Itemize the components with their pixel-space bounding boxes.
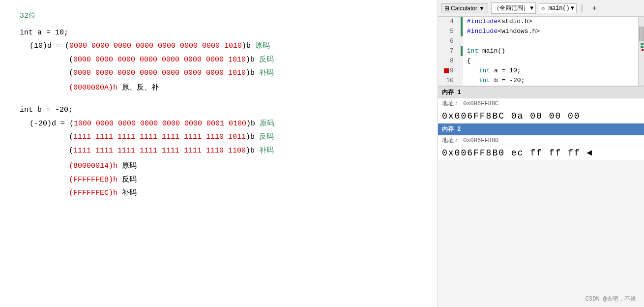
add-watch-button[interactable]: ＋ [587, 2, 601, 14]
b-hex-fanma-label: 反码 [117, 176, 137, 184]
code-line-5: #include<windows.h> [467, 27, 634, 36]
b-buma-label: 补码 [259, 147, 274, 155]
memory-1-addr-value: 0x006FF8BC [463, 100, 498, 107]
calculator-button[interactable]: ⊞ Calculator ▼ [441, 3, 488, 13]
a-fanma-paren2: )b [246, 56, 259, 64]
side-bar-9 [460, 66, 463, 76]
scroll-marker-bp [642, 49, 644, 51]
b-yuanma-label: 原码 [260, 120, 274, 128]
side-bar-10 [460, 76, 463, 86]
line-num-9-text: 9 [450, 66, 454, 76]
b-fanma-p2: )b [246, 133, 259, 141]
code-line-8: { [467, 56, 634, 66]
code-line-6 [467, 36, 634, 46]
b-hex-fanma: (FFFFFFEB)h [69, 176, 117, 184]
line-num-9: 9 [442, 66, 456, 76]
side-bar-4 [461, 17, 463, 27]
b-fanma-bits: 1111 1111 1111 1111 1111 1111 1110 1011 [73, 133, 246, 141]
a-buma-paren1: ( [69, 69, 73, 77]
a-buma-paren2: )b [246, 69, 259, 77]
line-num-8: 8 [442, 56, 456, 66]
memory-2-data: 0x006FF8B0 ec ff ff ff ◄ [438, 146, 644, 160]
line-num-6: 6 [442, 36, 456, 46]
b-fanma-label: 反码 [259, 133, 274, 141]
memory-1-addr-label: 地址： [442, 100, 460, 107]
a-yuanma-bits: 0000 0000 0000 0000 0000 0000 0000 1010 [69, 42, 242, 50]
calculator-icon: ⊞ [444, 5, 449, 12]
b-buma-bits: 1111 1111 1111 1111 1111 1111 1110 1100 [73, 147, 246, 155]
memory-2-header: 内存 2 [438, 123, 644, 135]
b-prefix: (-20)d = ( [29, 120, 74, 128]
a-fanma-bits: 0000 0000 0000 0000 0000 0000 0000 1010 [73, 56, 246, 64]
b-hex-buma: (FFFFFFEC)h [69, 189, 117, 197]
scroll-marker-2 [641, 46, 644, 48]
b-yuanma-bits: 1000 0000 0000 0000 0000 0000 0001 0100 [74, 120, 246, 128]
code-editor: 4 5 6 7 8 9 10 [438, 17, 644, 86]
int-b-decl: int b = -20; [20, 104, 418, 117]
b-fanma-line: (1111 1111 1111 1111 1111 1111 1110 1011… [69, 131, 418, 144]
line-number-column: 4 5 6 7 8 9 10 [438, 17, 460, 86]
a-hex-value: (0000000A)h [69, 84, 117, 92]
footer-watermark: CSDN @去吧，不送 [585, 295, 636, 303]
debug-toolbar: ⊞ Calculator ▼ （全局范围） ▼ ☼ main() ▼ | ＋ [438, 0, 644, 17]
code-lines: 4 5 6 7 8 9 10 [438, 17, 644, 86]
memory-area: 内存 1 地址： 0x006FF8BC 0x006FF8BC 0a 00 00 … [438, 87, 644, 307]
a-fanma-label: 反码 [259, 56, 274, 64]
scrollbar-thumb[interactable] [639, 27, 644, 41]
a-buma-label: 补码 [259, 69, 274, 77]
memory-2-addr-label: 地址： [442, 137, 460, 144]
code-text-area[interactable]: #include<stdio.h> #include<windows.h> in… [463, 17, 638, 86]
side-bar-8 [460, 56, 463, 66]
memory-1-header: 内存 1 [438, 87, 644, 98]
scope-label: （全局范围） [494, 4, 529, 12]
b-buma-p2: )b [246, 147, 259, 155]
func-dropdown[interactable]: ☼ main() ▼ [539, 3, 577, 13]
a-yuanma-suffix: )b [242, 42, 255, 50]
b-hex-yuanma-label: 原码 [117, 162, 137, 170]
int-keyword-a: int a = 10; [20, 29, 68, 37]
calculator-dropdown-icon: ▼ [479, 5, 485, 12]
line-num-5: 5 [442, 27, 456, 36]
vertical-scrollbar[interactable] [638, 17, 644, 86]
a-fanma-line: (0000 0000 0000 0000 0000 0000 0000 1010… [69, 54, 418, 66]
scope-dropdown[interactable]: （全局范围） ▼ [491, 2, 536, 14]
b-hex-yuanma: (80000014)h [69, 162, 117, 170]
scope-chevron-icon: ▼ [530, 5, 533, 12]
plus-icon: ＋ [590, 3, 598, 13]
b-hex-buma-line: (FFFFFFEC)h 补码 [69, 187, 418, 200]
code-line-4: #include<stdio.h> [467, 17, 634, 27]
b-buma-p1: ( [69, 147, 73, 155]
scroll-marker-1 [641, 43, 644, 45]
b-hex-yuanma-line: (80000014)h 原码 [69, 160, 418, 173]
a-yuanma-line: (10)d = (0000 0000 0000 0000 0000 0000 0… [29, 40, 418, 53]
code-line-10: int b = -20; [467, 76, 634, 86]
line-num-7: 7 [442, 46, 456, 56]
b-hex-buma-label: 补码 [117, 189, 137, 197]
int-a-decl: int a = 10; [20, 27, 418, 39]
right-panel: ⊞ Calculator ▼ （全局范围） ▼ ☼ main() ▼ | ＋ 4… [438, 0, 644, 307]
memory-2-addr: 地址： 0x006FF8B0 [438, 135, 644, 146]
side-bar-7 [461, 46, 463, 56]
calculator-label: Calculator [451, 5, 477, 12]
b-hex-fanma-line: (FFFFFFEB)h 反码 [69, 174, 418, 186]
b-yuanma-line: (-20)d = (1000 0000 0000 0000 0000 0000 … [29, 118, 418, 130]
func-chevron-icon: ▼ [571, 5, 574, 12]
side-indicator-bar [460, 17, 463, 86]
a-yuanma-label: 原码 [255, 42, 270, 50]
b-buma-line: (1111 1111 1111 1111 1111 1111 1110 1100… [69, 145, 418, 157]
a-fanma-paren1: ( [69, 56, 73, 64]
int-keyword-b: int b = -20; [20, 106, 73, 114]
side-bar-5 [461, 27, 463, 36]
line-num-10: 10 [442, 76, 456, 86]
a-hex-line: (0000000A)h 原、反、补 [69, 82, 418, 94]
line-num-4: 4 [442, 17, 456, 27]
memory-panel-1: 内存 1 地址： 0x006FF8BC 0x006FF8BC 0a 00 00 … [438, 87, 644, 123]
a-buma-bits: 0000 0000 0000 0000 0000 0000 0000 1010 [73, 69, 246, 77]
bit-title: 32位 [20, 10, 418, 23]
code-line-7: int main() [467, 46, 634, 56]
a-hex-label: 原、反、补 [117, 84, 159, 92]
memory-2-addr-value: 0x006FF8B0 [463, 137, 498, 144]
memory-1-addr: 地址： 0x006FF8BC [438, 98, 644, 109]
b-yuanma-suffix: )b [246, 120, 260, 128]
func-label: ☼ main() [541, 5, 570, 12]
